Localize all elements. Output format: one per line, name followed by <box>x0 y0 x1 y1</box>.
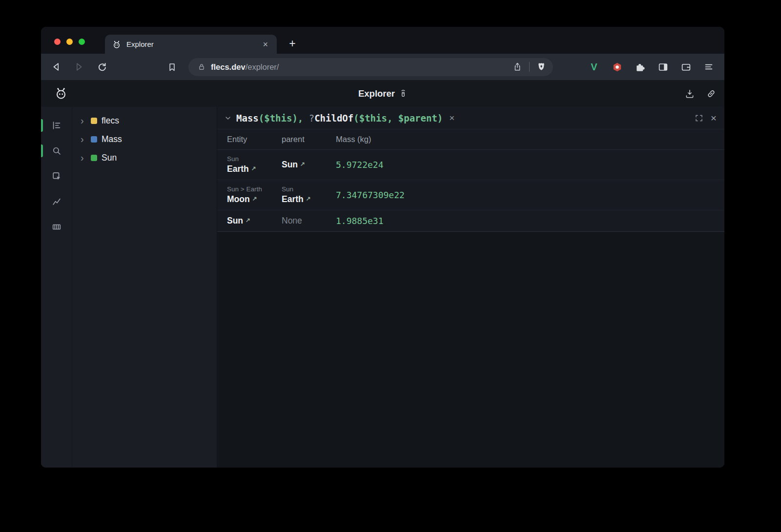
extension-area: V <box>588 61 715 73</box>
browser-toolbar: flecs.dev/explorer/ V <box>41 54 724 80</box>
entity-color-chip <box>91 155 97 161</box>
tree-panel-button[interactable] <box>46 115 67 136</box>
entity-name: Sun <box>227 216 243 225</box>
entity-color-chip <box>91 118 97 124</box>
result-row: Sun↗ None 1.9885e31 <box>217 210 724 232</box>
query-panel-button[interactable] <box>46 140 67 162</box>
query-header: Mass($this), ?ChildOf($this, $parent) × … <box>217 107 724 129</box>
tree-item-label: Sun <box>102 153 117 163</box>
query-close-button[interactable]: × <box>711 113 717 123</box>
url-text[interactable]: flecs.dev/explorer/ <box>211 62 508 72</box>
browser-tab-explorer[interactable]: Explorer × <box>105 35 277 54</box>
lock-icon <box>197 62 206 71</box>
chevron-right-icon[interactable]: › <box>81 116 86 125</box>
tree-item[interactable]: › flecs <box>72 111 217 130</box>
window-controls <box>54 39 85 45</box>
entity-name: Earth <box>282 194 304 204</box>
tree-item-label: flecs <box>102 116 119 126</box>
stats-panel-button[interactable] <box>46 191 67 212</box>
memory-panel-button[interactable] <box>46 216 67 238</box>
query-segment: ($this), <box>259 113 309 123</box>
entity-cell: Sun > Earth Moon↗ <box>217 185 282 205</box>
query-segment: ? <box>309 113 314 123</box>
content-area <box>217 232 724 468</box>
link-arrow-icon: ↗ <box>252 195 257 202</box>
panel-rail <box>41 107 72 468</box>
entity-link[interactable]: Sun↗ <box>227 216 282 226</box>
chevron-right-icon[interactable]: › <box>81 153 86 163</box>
tree-item[interactable]: › Mass <box>72 130 217 148</box>
flecs-explorer-app: Explorer <box>41 80 724 468</box>
app-body: › flecs › Mass › Sun Mass($this) <box>41 107 724 468</box>
entity-path: Sun <box>282 185 336 193</box>
flecs-favicon-icon <box>112 40 122 49</box>
entity-cell: Sun Earth↗ <box>217 155 282 174</box>
url-domain: flecs.dev <box>211 62 246 71</box>
url-path: /explorer/ <box>246 62 279 71</box>
column-entity: Entity <box>217 135 282 144</box>
parent-cell: Sun Earth↗ <box>282 185 336 205</box>
parent-cell: Sun↗ <box>282 160 336 170</box>
bookmark-button[interactable] <box>164 59 180 75</box>
column-mass: Mass (kg) <box>336 135 724 144</box>
flecs-logo-icon <box>54 86 68 101</box>
window-minimize-button[interactable] <box>66 39 73 45</box>
result-row: Sun > Earth Moon↗ Sun Earth↗ 7.34767309e… <box>217 180 724 210</box>
address-bar[interactable]: flecs.dev/explorer/ <box>188 58 553 76</box>
entity-name: Earth <box>227 164 249 174</box>
forward-button[interactable] <box>71 59 87 75</box>
vue-v-glyph: V <box>591 62 597 72</box>
entity-path: Sun <box>227 155 282 163</box>
brave-shield-icon[interactable] <box>536 62 546 72</box>
entity-link[interactable]: Sun↗ <box>282 160 336 170</box>
mass-value: 1.9885e31 <box>336 216 724 226</box>
entity-path: Sun > Earth <box>227 185 282 193</box>
mass-value: 5.9722e24 <box>336 160 724 170</box>
extensions-puzzle-icon[interactable] <box>634 61 646 73</box>
entity-cell: Sun↗ <box>217 216 282 226</box>
query-segment: ($this, $parent) <box>353 113 443 123</box>
browser-window: Explorer × + <box>41 27 724 468</box>
window-zoom-button[interactable] <box>79 39 85 45</box>
hexagon-extension-icon[interactable] <box>611 61 623 73</box>
query-clear-button[interactable]: × <box>449 113 454 123</box>
table-header: Entity parent Mass (kg) <box>217 129 724 150</box>
query-text[interactable]: Mass($this), ?ChildOf($this, $parent) <box>236 113 443 123</box>
result-row: Sun Earth↗ Sun↗ 5.9722e24 <box>217 150 724 180</box>
tab-close-button[interactable]: × <box>260 39 271 50</box>
entity-link[interactable]: Earth↗ <box>227 164 282 174</box>
chevron-down-icon[interactable] <box>224 114 232 122</box>
vue-devtools-icon[interactable]: V <box>588 61 600 73</box>
query-segment: ChildOf <box>314 113 353 123</box>
app-header: Explorer <box>41 80 724 107</box>
reload-button[interactable] <box>94 59 110 75</box>
desktop-background: Explorer × + <box>0 0 781 532</box>
remote-connection-icon[interactable] <box>399 89 407 98</box>
tree-active-indicator <box>41 119 43 132</box>
new-tab-button[interactable]: + <box>284 35 301 52</box>
wallet-icon[interactable] <box>680 61 692 73</box>
menu-icon[interactable] <box>703 61 715 73</box>
entity-name: None <box>282 216 302 225</box>
app-title: Explorer <box>358 88 407 99</box>
share-icon[interactable] <box>513 62 522 72</box>
link-arrow-icon: ↗ <box>246 217 250 224</box>
entity-color-chip <box>91 136 97 143</box>
app-header-actions <box>684 80 717 107</box>
tree-item[interactable]: › Sun <box>72 148 217 167</box>
window-close-button[interactable] <box>54 39 61 45</box>
entity-name: Sun <box>282 160 298 169</box>
query-results: Sun Earth↗ Sun↗ 5.9722e24 Sun > Earth Mo… <box>217 150 724 232</box>
link-icon[interactable] <box>706 88 717 99</box>
entity-link: None <box>282 216 336 226</box>
column-parent: parent <box>282 135 336 144</box>
inspector-panel-button[interactable] <box>46 165 67 187</box>
download-icon[interactable] <box>684 88 695 99</box>
back-button[interactable] <box>48 59 64 75</box>
expand-icon[interactable] <box>695 114 703 123</box>
entity-link[interactable]: Moon↗ <box>227 194 282 205</box>
sidebar-toggle-icon[interactable] <box>657 61 669 73</box>
tab-title: Explorer <box>126 40 255 48</box>
entity-link[interactable]: Earth↗ <box>282 194 336 205</box>
chevron-right-icon[interactable]: › <box>81 134 86 144</box>
